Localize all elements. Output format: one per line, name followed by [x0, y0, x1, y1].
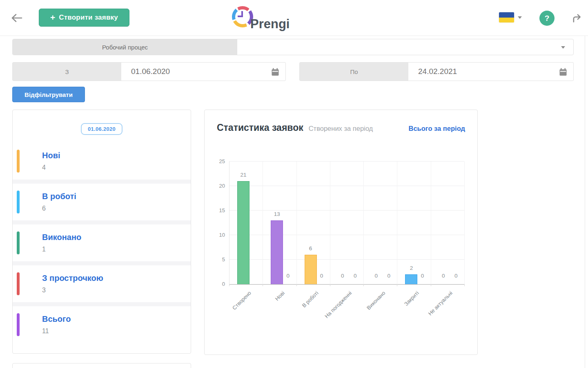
status-count: 3: [42, 287, 191, 294]
x-axis-tick: [330, 284, 330, 286]
x-axis-tick: [229, 284, 229, 286]
share-icon[interactable]: [571, 12, 583, 24]
bar-value-label: 0: [345, 273, 365, 279]
plus-icon: +: [50, 13, 55, 22]
x-axis-category-label: Нові: [274, 290, 286, 302]
workflow-select-label: Робочий процес: [13, 39, 237, 55]
x-axis-tick: [363, 284, 364, 286]
divider: [13, 180, 191, 184]
status-link[interactable]: З прострочкою: [42, 274, 103, 283]
date-from-label: З: [13, 63, 121, 81]
apply-filter-button[interactable]: Відфільтрувати: [12, 87, 85, 102]
gridline: [397, 162, 397, 284]
help-button[interactable]: ?: [539, 11, 555, 26]
date-to-field[interactable]: По 24.02.2021: [299, 62, 574, 81]
status-link[interactable]: Нові: [42, 151, 60, 160]
chart-subtitle-created-period: Створених за період: [309, 125, 373, 132]
date-to-label: По: [300, 63, 408, 81]
date-badge: 01.06.2020: [81, 123, 122, 135]
divider: [13, 261, 191, 265]
summary-list: Нові4В роботі6Виконано1З прострочкою3Всь…: [13, 143, 191, 343]
status-color-bar: [17, 231, 20, 254]
calendar-icon[interactable]: [559, 67, 568, 76]
gridline: [296, 162, 297, 284]
divider: [13, 220, 191, 224]
workflow-select[interactable]: Робочий процес: [12, 39, 574, 55]
bar-value-label: 0: [379, 273, 399, 279]
date-from-field[interactable]: З 01.06.2020: [12, 62, 286, 81]
list-item: Виконано1: [13, 224, 191, 261]
y-axis-tick-label: 15: [210, 207, 225, 213]
date-from-value: 01.06.2020: [131, 67, 170, 76]
back-arrow-icon[interactable]: [10, 11, 24, 25]
bar-Створено: [237, 181, 249, 284]
bar-В роботі: [305, 255, 317, 284]
list-item: Нові4: [13, 143, 191, 180]
status-color-bar: [17, 191, 20, 213]
ukraine-flag-icon: [499, 12, 514, 22]
chevron-down-icon: [561, 46, 565, 49]
calendar-icon[interactable]: [271, 67, 280, 76]
bar-value-label: 0: [312, 273, 332, 279]
gridline: [431, 162, 431, 284]
total-period-link[interactable]: Всього за період: [408, 125, 465, 132]
status-color-bar: [17, 150, 20, 173]
create-request-label: Створити заявку: [59, 13, 118, 22]
bar-value-label: 13: [267, 211, 287, 217]
y-axis-tick-label: 20: [210, 183, 225, 189]
gridline: [229, 161, 464, 162]
statistics-panel: Статистика заявок Створених за період Вс…: [204, 110, 478, 355]
status-link[interactable]: Всього: [42, 314, 71, 324]
status-count: 6: [42, 205, 191, 212]
x-axis-tick: [431, 284, 431, 286]
divider: [13, 302, 191, 306]
chevron-down-icon: [518, 16, 522, 19]
y-axis-tick-label: 0: [210, 281, 225, 287]
status-color-bar: [17, 313, 20, 336]
gridline: [363, 162, 364, 284]
gridline: [229, 235, 464, 235]
status-count: 4: [42, 164, 191, 171]
x-axis-category-label: В роботі: [301, 290, 319, 309]
gridline: [229, 210, 464, 211]
x-axis-category-label: На погодженні: [324, 290, 353, 319]
logo-text: Prengi: [250, 18, 290, 30]
create-request-button[interactable]: + Створити заявку: [39, 9, 129, 27]
x-axis-category-label: Виконано: [365, 290, 386, 311]
status-link[interactable]: В роботі: [42, 192, 76, 201]
next-panel-edge: [12, 363, 191, 368]
gridline: [229, 186, 464, 186]
bar-value-label: 21: [233, 172, 254, 178]
x-axis-line: [229, 284, 464, 285]
list-item: З прострочкою3: [13, 265, 191, 302]
bar-value-label: 6: [301, 245, 321, 251]
gridline: [229, 259, 464, 260]
scrollbar-track[interactable]: [585, 36, 585, 368]
y-axis-tick-label: 10: [210, 232, 225, 238]
bar-chart: 051015202521Створено130Нові60В роботі00Н…: [229, 162, 464, 284]
status-count: 1: [42, 246, 191, 253]
status-count: 11: [42, 328, 191, 335]
x-axis-tick: [263, 284, 263, 286]
x-axis-category-label: Закриті: [403, 290, 420, 307]
list-item: Всього11: [13, 306, 191, 343]
x-axis-tick: [296, 284, 297, 286]
x-axis-tick: [397, 284, 397, 286]
x-axis-category-label: Не актуальні: [427, 290, 454, 316]
y-axis-tick-label: 5: [210, 256, 225, 263]
page: + Створити заявку Prengi ?: [0, 0, 588, 368]
y-axis-line: [229, 162, 229, 284]
summary-panel: 01.06.2020 Нові4В роботі6Виконано1З прос…: [12, 110, 191, 354]
x-axis-tick: [464, 284, 465, 286]
y-axis-tick-label: 25: [210, 158, 225, 164]
gridline: [464, 162, 465, 284]
gridline: [330, 162, 330, 284]
bar-value-label: 0: [278, 273, 298, 279]
status-link[interactable]: Виконано: [42, 233, 81, 242]
language-selector[interactable]: [499, 12, 522, 22]
date-to-value: 24.02.2021: [418, 67, 457, 76]
app-logo: Prengi: [232, 6, 290, 27]
status-color-bar: [17, 272, 20, 295]
bar-value-label: 2: [401, 265, 421, 271]
x-axis-category-label: Створено: [231, 290, 252, 311]
